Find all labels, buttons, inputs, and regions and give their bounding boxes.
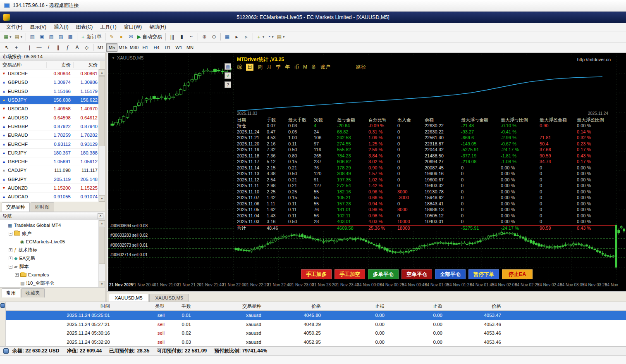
market-watch-row[interactable]: ▼AUDNZD1.152001.15225 <box>0 184 100 193</box>
navigator-item-EA交易[interactable]: +◆EA交易 <box>0 254 100 262</box>
arrow-objects-button[interactable]: ◇ <box>82 43 91 52</box>
mtd-button-空单平仓[interactable]: 空单平仓 <box>401 269 432 279</box>
cursor-button[interactable]: ↖ <box>2 43 12 52</box>
zoom-in-button[interactable]: ⊕ <box>200 32 209 41</box>
mtdriver-menu-综[interactable]: 综 <box>237 64 242 71</box>
navigator-item-技术指标[interactable]: +ƒ技术指标 <box>0 246 100 254</box>
mtdriver-url[interactable]: http://mtdriver.cn <box>577 57 611 62</box>
terminal-col-header[interactable]: 止损 <box>323 303 387 309</box>
timeframe-H4[interactable]: H4 <box>151 43 162 52</box>
menu-item-工具(T)[interactable]: 工具(T) <box>96 23 120 31</box>
confirm-button[interactable]: √ <box>225 72 231 79</box>
mtd-button-手工加空[interactable]: 手工加空 <box>335 269 365 279</box>
market-watch-tab-0[interactable]: 交易品种 <box>2 202 30 212</box>
equidistant-channel-button[interactable]: ∥ <box>53 43 63 52</box>
market-watch-row[interactable]: ▲GBPUSD1.309741.30986 <box>0 78 100 87</box>
market-watch-row[interactable]: ▲CADJPY111.098111.117 <box>0 166 100 175</box>
order-row[interactable]: 306036942025.11.24 05:32:20sell0.03xauus… <box>6 338 626 347</box>
navigator-item-脚本[interactable]: −▰脚本 <box>0 262 100 271</box>
strategy-tester-toggle-button[interactable]: ▩ <box>66 32 75 41</box>
scrollbar-down-button[interactable]: ▼ <box>99 281 105 287</box>
mtd-button-全部平仓[interactable]: 全部平仓 <box>435 269 466 279</box>
mtdriver-menu-账户[interactable]: 账户 <box>320 64 330 71</box>
navigator-item-ECMarkets-Live05[interactable]: ◉ECMarkets-Live05 <box>0 238 100 246</box>
timeframe-M5[interactable]: M5 <box>106 43 117 52</box>
mtdriver-menu-季[interactable]: 季 <box>276 64 281 71</box>
market-watch-tab-1[interactable]: 即时图 <box>31 202 54 212</box>
timeframe-H1[interactable]: H1 <box>140 43 151 52</box>
templates-button[interactable]: ▤▾ <box>275 32 286 41</box>
timeframe-M30[interactable]: M30 <box>129 43 140 52</box>
mtdriver-menu-日[interactable]: 日 <box>246 64 253 71</box>
scrollbar-up-button[interactable]: ▲ <box>99 69 105 76</box>
expand-icon[interactable]: + <box>9 257 12 260</box>
vertical-line-button[interactable]: | <box>25 43 34 52</box>
chart-tab-0[interactable]: XAUUSD,M5 <box>109 294 148 302</box>
market-watch-header[interactable]: 市场报价: 05:36:14 <box>0 53 105 61</box>
mtdriver-panel-button[interactable]: ▤ <box>225 63 231 70</box>
market-watch-row[interactable]: ▲EURCHF0.931120.93129 <box>0 140 100 148</box>
menu-item-文件(F)[interactable]: 文件(F) <box>2 23 26 31</box>
collapse-icon[interactable]: − <box>9 265 12 269</box>
navigator-tab-1[interactable]: 收藏夹 <box>21 288 45 297</box>
help-button[interactable]: ? <box>225 81 231 88</box>
column-ask[interactable]: 买价 <box>73 62 100 68</box>
menu-item-显示(V)[interactable]: 显示(V) <box>26 23 50 31</box>
zoom-out-button[interactable]: ⊖ <box>209 32 219 41</box>
market-watch-row[interactable]: ▲USDJPY156.608156.622 <box>0 96 100 105</box>
market-watch-row[interactable]: ▲EURGBP0.879220.87940 <box>0 122 100 131</box>
market-watch-row[interactable]: ▲AUDCAD0.910550.91074 <box>0 193 100 201</box>
navigator-toggle-button[interactable]: ▧ <box>47 32 56 41</box>
navigator-tab-0[interactable]: 常用 <box>2 288 20 297</box>
navigator-scrollbar[interactable]: ▲ ▼ <box>98 220 105 287</box>
order-row[interactable]: 306027142025.11.24 05:25:01sell0.01xauus… <box>6 311 626 320</box>
chart-area[interactable]: ▼ XAUUSD,M5 21 Nov 202521 Nov 20:4021 No… <box>108 53 626 291</box>
menu-item-图表(C)[interactable]: 图表(C) <box>72 23 97 31</box>
fibonacci-button[interactable]: ƒ <box>63 43 72 52</box>
trend-line-button[interactable]: / <box>44 43 53 52</box>
navigator-item-TradeMax Global MT4[interactable]: ▦TradeMax Global MT4 <box>0 221 100 229</box>
data-window-toggle-button[interactable]: ▣ <box>37 32 47 41</box>
terminal-col-header[interactable]: 时间 <box>6 303 112 309</box>
market-watch-row[interactable]: ▼USDCHF0.808440.80861 <box>0 69 100 78</box>
menu-item-插入(I)[interactable]: 插入(I) <box>50 23 72 31</box>
chart-symbol-label[interactable]: ▼ XAUUSD,M5 <box>112 55 143 60</box>
market-watch-row[interactable]: ▲GBPCHF1.058911.05912 <box>0 157 100 166</box>
market-watch-row[interactable]: ▲EURJPY180.367180.388 <box>0 149 100 157</box>
navigator-item-Examples[interactable]: +Examples <box>0 271 100 279</box>
mtdriver-menu-年[interactable]: 年 <box>285 64 290 71</box>
menu-item-窗口(W)[interactable]: 窗口(W) <box>120 23 146 31</box>
new-chart-button[interactable]: ▦▾ <box>2 32 13 41</box>
timeframe-D1[interactable]: D1 <box>162 43 173 52</box>
bars-chart-button[interactable]: ||| <box>167 32 177 41</box>
horizontal-line-button[interactable]: — <box>34 43 44 52</box>
scrollbar-thumb[interactable] <box>99 76 105 146</box>
mtdriver-menu-M[interactable]: M <box>303 64 307 70</box>
order-row[interactable]: 306032832025.11.24 05:30:16sell0.02xauus… <box>6 328 626 338</box>
candles-chart-button[interactable]: ▮ <box>177 32 186 41</box>
close-navigator-button[interactable]: × <box>98 213 103 219</box>
column-bid[interactable]: 卖价 <box>46 62 73 68</box>
mtdriver-menu-周[interactable]: 周 <box>258 64 263 71</box>
text-label-button[interactable]: A <box>72 43 82 52</box>
terminal-col-header[interactable]: 止盈 <box>387 303 445 309</box>
autotrading-button[interactable]: ▶自动交易 <box>136 32 164 41</box>
mtdriver-menu-path[interactable]: 路径 <box>356 64 366 71</box>
indicators-button[interactable]: ＋▾ <box>255 32 266 41</box>
terminal-col-header[interactable]: 类型 <box>112 303 167 309</box>
chat-button[interactable]: ✉ <box>126 32 136 41</box>
collapse-icon[interactable]: − <box>9 232 12 236</box>
timeframe-W1[interactable]: W1 <box>173 43 184 52</box>
timeframe-M1[interactable]: M1 <box>95 43 106 52</box>
market-watch-row[interactable]: ▼USDCAD1.409581.40970 <box>0 105 100 113</box>
market-watch-scrollbar[interactable]: ▲ ▼ <box>98 69 105 202</box>
chart-tab-1[interactable]: XAUUSD,M5 <box>149 294 189 302</box>
terminal-col-header[interactable]: 交易品种 <box>194 303 264 309</box>
window-titlebar[interactable]: 5122063: ECMarkets-Live05 - EC Markets L… <box>0 12 626 23</box>
market-watch-row[interactable]: ▲EURUSD1.151661.15179 <box>0 87 100 96</box>
navigator-item-账户[interactable]: −账户 <box>0 229 100 238</box>
mtd-button-手工加多[interactable]: 手工加多 <box>301 269 332 279</box>
tile-windows-button[interactable]: ▦ <box>222 32 232 41</box>
mtd-button-多单平仓[interactable]: 多单平仓 <box>368 269 399 279</box>
column-symbol[interactable]: 交易品种 <box>0 62 46 68</box>
